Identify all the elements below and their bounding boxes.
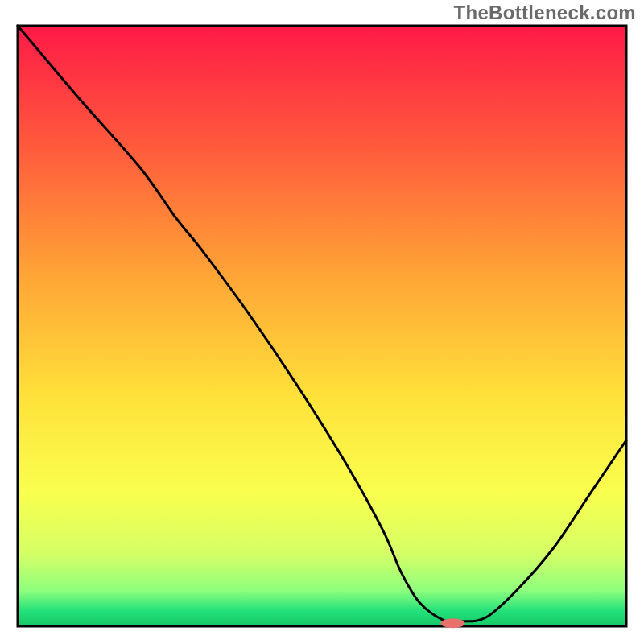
optimal-point-marker xyxy=(441,618,465,628)
bottleneck-chart: TheBottleneck.com xyxy=(0,0,644,644)
watermark-text: TheBottleneck.com xyxy=(454,2,636,24)
plot-background xyxy=(18,26,626,626)
plot-svg xyxy=(0,0,644,644)
